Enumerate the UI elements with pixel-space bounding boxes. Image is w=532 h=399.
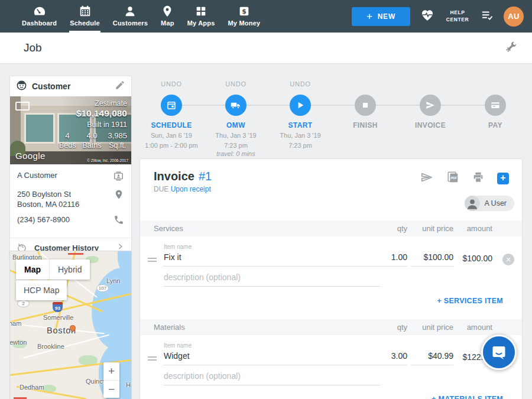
material-qty-input[interactable]: 3.00 (372, 351, 407, 365)
nav-menu: Dashboard Schedule Customers Map My Apps… (15, 0, 267, 33)
service-description-input[interactable]: description (optional) (164, 273, 380, 287)
sqft-value: 3,985 (108, 131, 127, 140)
send-invoice-icon[interactable] (420, 171, 434, 186)
nav-item-my-money[interactable]: $ My Money (222, 0, 267, 33)
user-avatar[interactable]: AU (504, 7, 524, 27)
pay-step-icon[interactable] (485, 95, 506, 116)
delete-service-item-button[interactable]: ✕ (502, 254, 514, 265)
invoice-number[interactable]: #1 (199, 170, 212, 183)
nav-item-dashboard[interactable]: Dashboard (15, 0, 63, 33)
timeline-step-schedule: UNDO SCHEDULE Sun, Jan 6 '19 1:00 pm - 2… (136, 76, 207, 150)
activity-list-icon[interactable] (480, 9, 494, 24)
customer-card-title: Customer (32, 82, 70, 91)
job-settings-icon[interactable] (504, 40, 518, 56)
due-value-link[interactable]: Upon receipt (171, 185, 211, 193)
material-description-input[interactable]: description (optional) (164, 371, 380, 385)
top-navigation: Dashboard Schedule Customers Map My Apps… (0, 0, 532, 33)
address-line1: 250 Boylston St (17, 190, 71, 199)
add-materials-item-link[interactable]: + MATERIALS ITEM (432, 395, 503, 399)
service-amount: $100.00 (443, 254, 492, 263)
pdf-icon[interactable]: PDF (446, 171, 459, 186)
customer-phone-row: (234) 567-8900 (17, 215, 124, 228)
undo-spacer (460, 80, 531, 89)
service-item-name-input[interactable]: Fix it (164, 252, 380, 267)
material-item-name-input[interactable]: Widget (164, 351, 380, 365)
location-pin-icon[interactable] (113, 189, 124, 202)
map-widget[interactable]: Burlington Lynn Somerville ham Boston Ne… (9, 251, 132, 399)
chat-widget-button[interactable] (481, 335, 517, 370)
map-label-somerville: Somerville (43, 314, 73, 321)
undo-omw-button[interactable]: UNDO (200, 80, 271, 89)
address-line2: Boston, MA 02116 (17, 200, 79, 209)
baths-stat: 4.0 Baths (82, 131, 101, 150)
new-button[interactable]: + NEW (352, 7, 410, 26)
omw-step-label[interactable]: OMW (200, 121, 271, 129)
omw-step-icon[interactable] (225, 95, 246, 116)
finish-step-label[interactable]: FINISH (330, 121, 401, 129)
undo-start-button[interactable]: UNDO (265, 80, 336, 89)
beds-value: 4 (59, 131, 76, 140)
nav-label-my-apps: My Apps (187, 20, 215, 27)
start-step-label[interactable]: START (265, 121, 336, 129)
service-qty-input[interactable]: 1.00 (372, 252, 407, 267)
invoice-step-label[interactable]: INVOICE (395, 121, 466, 129)
pay-step-label[interactable]: PAY (460, 121, 531, 129)
baths-label: Baths (82, 141, 101, 150)
dashboard-icon (33, 5, 46, 18)
nav-item-customers[interactable]: Customers (106, 0, 154, 33)
print-icon[interactable] (472, 171, 485, 186)
schedule-time: 1:00 pm - 2:00 pm (136, 141, 207, 150)
zoom-out-button[interactable]: − (103, 380, 119, 398)
qty-column-header: qty (372, 224, 407, 233)
map-type-map-button[interactable]: Map (16, 259, 49, 280)
map-zoom-control: + − (103, 362, 119, 398)
drag-handle[interactable] (148, 258, 157, 264)
invoice-actions: PDF + (420, 171, 509, 186)
drag-handle[interactable] (148, 356, 157, 362)
invoice-step-icon[interactable] (420, 95, 441, 116)
nav-label-dashboard: Dashboard (22, 20, 57, 27)
schedule-step-label[interactable]: SCHEDULE (136, 121, 207, 129)
schedule-step-icon[interactable] (161, 95, 182, 116)
due-label: DUE (154, 185, 168, 193)
add-invoice-item-button[interactable]: + (497, 173, 509, 184)
undo-spacer (395, 80, 466, 89)
nav-item-schedule[interactable]: Schedule (63, 0, 106, 33)
interstate-93-shield: 93 (53, 302, 63, 312)
apps-grid-icon (194, 5, 207, 18)
omw-date: Thu, Jan 3 '19 (200, 131, 271, 140)
customer-address-row: 250 Boylston St Boston, MA 02116 (17, 189, 124, 209)
assigned-user-chip[interactable]: A User (465, 196, 514, 211)
invoice-card: Invoice #1 DUE Upon receipt PDF + A User… (140, 158, 523, 399)
nav-item-map[interactable]: Map (154, 0, 181, 33)
chat-smile-icon (491, 344, 507, 361)
add-services-item-link[interactable]: + SERVICES ITEM (437, 297, 503, 305)
zestimate-overlay: Zestimate $10,149,080 Built in 1911 4 Be… (59, 99, 127, 150)
heart-pulse-icon[interactable] (420, 8, 435, 25)
undo-schedule-button[interactable]: UNDO (136, 80, 207, 89)
phone-icon[interactable] (113, 215, 124, 228)
property-photo[interactable]: Zestimate $10,149,080 Built in 1911 4 Be… (10, 96, 131, 164)
edit-pencil-icon[interactable] (115, 80, 125, 93)
app-window: Dashboard Schedule Customers Map My Apps… (0, 0, 532, 399)
finish-step-icon[interactable] (355, 95, 376, 116)
map-label-right-fragment: Hi (126, 381, 131, 388)
zoom-in-button[interactable]: + (103, 362, 119, 380)
nav-label-schedule: Schedule (70, 20, 100, 27)
page-title: Job (24, 41, 42, 54)
materials-section-title: Materials (154, 323, 185, 332)
start-date: Thu, Jan 3 '19 (265, 131, 336, 140)
contact-card-icon[interactable] (113, 170, 124, 184)
route-107-shield: 107 (96, 284, 109, 292)
map-type-hybrid-button[interactable]: Hybrid (49, 259, 90, 280)
customer-face-icon (16, 80, 27, 93)
job-progress-timeline: UNDO SCHEDULE Sun, Jan 6 '19 1:00 pm - 2… (140, 76, 523, 157)
start-step-icon[interactable] (290, 95, 311, 116)
hcp-map-button[interactable]: HCP Map (16, 280, 67, 300)
zillow-copyright: © Zillow, Inc. 2006-2017 (87, 158, 128, 163)
nav-item-my-apps[interactable]: My Apps (181, 0, 222, 33)
baths-value: 4.0 (82, 131, 101, 140)
help-center-label[interactable]: HELP CENTER (445, 9, 471, 23)
page-header: Job (0, 33, 532, 64)
amount-column-header: amount (446, 224, 492, 233)
